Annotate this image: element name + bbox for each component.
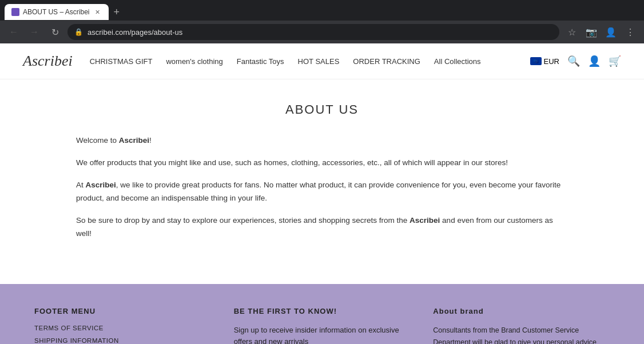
- site-nav: CHRISTMAS GIFT women's clothing Fantasti…: [90, 57, 530, 66]
- footer-link-shipping[interactable]: SHIPPING INFORMATION: [34, 337, 211, 344]
- back-button[interactable]: ←: [6, 24, 22, 40]
- visit-prefix: So be sure to drop by and stay to explor…: [76, 216, 410, 225]
- nav-all-collections[interactable]: All Collections: [434, 57, 481, 66]
- url-text: ascribei.com/pages/about-us: [88, 28, 182, 37]
- welcome-brand: Ascribei: [119, 136, 149, 145]
- provide-middle: , we like to provide great products for …: [76, 181, 560, 202]
- search-icon[interactable]: 🔍: [567, 55, 580, 67]
- currency-flag: 🇪🇺: [530, 57, 542, 65]
- visit-paragraph: So be sure to drop by and stay to explor…: [76, 214, 568, 241]
- address-bar[interactable]: 🔒 ascribei.com/pages/about-us: [67, 24, 559, 40]
- footer-about-brand-col: About brand Consultants from the Brand C…: [433, 307, 610, 344]
- nav-order-tracking[interactable]: ORDER TRACKING: [353, 57, 420, 66]
- tab-bar: ABOUT US – Ascribei ✕ +: [0, 0, 644, 21]
- browser-chrome: ABOUT US – Ascribei ✕ + ← → ↻ 🔒 ascribei…: [0, 0, 644, 43]
- page-title: ABOUT US: [76, 102, 568, 117]
- footer-newsletter-col: BE THE FIRST TO KNOW! Sign up to receive…: [234, 307, 411, 344]
- tab-close-button[interactable]: ✕: [93, 7, 102, 17]
- provide-brand: Ascribei: [86, 181, 116, 189]
- footer-link-terms[interactable]: TERMS OF SERVICE: [34, 325, 211, 331]
- currency-label: EUR: [544, 57, 559, 66]
- about-brand-text: Consultants from the Brand Customer Serv…: [433, 325, 610, 344]
- offer-paragraph: We offer products that you might like an…: [76, 157, 568, 170]
- newsletter-title: BE THE FIRST TO KNOW!: [234, 307, 411, 315]
- provide-prefix: At: [76, 181, 86, 189]
- cart-icon[interactable]: 🛒: [609, 55, 621, 67]
- bookmark-button[interactable]: ☆: [564, 24, 580, 40]
- about-section: Welcome to Ascribei! We offer products t…: [76, 134, 568, 241]
- reload-button[interactable]: ↻: [47, 24, 63, 40]
- profile-button[interactable]: 👤: [603, 24, 619, 40]
- site-logo[interactable]: Ascribei: [23, 53, 73, 70]
- welcome-prefix: Welcome to: [76, 136, 119, 145]
- footer-menu-col: FOOTER MENU TERMS OF SERVICE SHIPPING IN…: [34, 307, 211, 344]
- nav-fantastic-toys[interactable]: Fantastic Toys: [237, 57, 284, 66]
- tab-favicon: [11, 8, 19, 16]
- forward-button[interactable]: →: [26, 24, 42, 40]
- footer-menu-title: FOOTER MENU: [34, 307, 211, 315]
- toolbar-right: ☆ 📷 👤 ⋮: [564, 24, 638, 40]
- site-header: Ascribei CHRISTMAS GIFT women's clothing…: [0, 43, 644, 79]
- tab-title: ABOUT US – Ascribei: [23, 8, 89, 16]
- newsletter-text: Sign up to receive insider information o…: [234, 325, 411, 344]
- provide-paragraph: At Ascribei, we like to provide great pr…: [76, 179, 568, 205]
- welcome-suffix: !: [149, 136, 152, 145]
- nav-hot-sales[interactable]: HOT SALES: [298, 57, 340, 66]
- account-icon[interactable]: 👤: [588, 55, 601, 67]
- main-content: ABOUT US Welcome to Ascribei! We offer p…: [0, 79, 644, 284]
- nav-womens-clothing[interactable]: women's clothing: [166, 57, 222, 66]
- browser-toolbar: ← → ↻ 🔒 ascribei.com/pages/about-us ☆ 📷 …: [0, 21, 644, 43]
- visit-brand: Ascribei: [410, 216, 440, 225]
- welcome-paragraph: Welcome to Ascribei!: [76, 134, 568, 147]
- currency-selector[interactable]: 🇪🇺 EUR: [530, 57, 559, 66]
- menu-button[interactable]: ⋮: [622, 24, 638, 40]
- nav-christmas-gift[interactable]: CHRISTMAS GIFT: [90, 57, 153, 66]
- site-footer: FOOTER MENU TERMS OF SERVICE SHIPPING IN…: [0, 284, 644, 344]
- profile-camera-button[interactable]: 📷: [583, 24, 599, 40]
- header-right: 🇪🇺 EUR 🔍 👤 🛒: [530, 55, 621, 67]
- about-brand-title: About brand: [433, 307, 610, 315]
- new-tab-button[interactable]: +: [109, 6, 124, 18]
- lock-icon: 🔒: [74, 28, 83, 36]
- active-tab[interactable]: ABOUT US – Ascribei ✕: [5, 4, 109, 20]
